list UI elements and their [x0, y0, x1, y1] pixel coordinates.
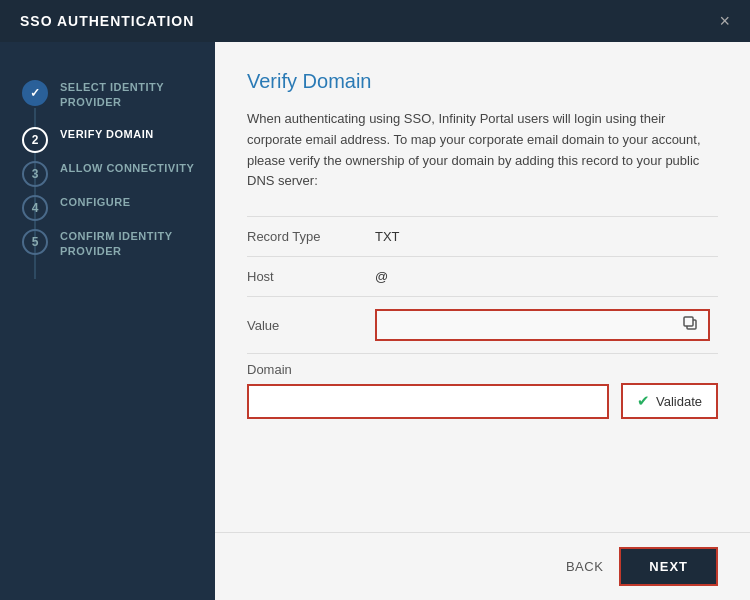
- step-2-circle: 2: [22, 127, 48, 153]
- validate-label: Validate: [656, 394, 702, 409]
- step-5-label: CONFIRM IDENTITYPROVIDER: [60, 221, 173, 268]
- value-input-wrap: [375, 309, 710, 341]
- copy-button[interactable]: [678, 315, 702, 335]
- step-4-label: CONFIGURE: [60, 187, 131, 218]
- modal-header: SSO AUTHENTICATION ×: [0, 0, 750, 42]
- sidebar-item-configure[interactable]: 4 CONFIGURE: [0, 187, 215, 221]
- sidebar: ✓ SELECT IDENTITYPROVIDER 2 VERIFY DOMAI…: [0, 42, 215, 600]
- step-5-circle: 5: [22, 229, 48, 255]
- record-type-row: Record Type TXT: [247, 217, 718, 257]
- domain-input[interactable]: [247, 384, 609, 419]
- modal-title: SSO AUTHENTICATION: [20, 13, 194, 29]
- svg-rect-1: [684, 317, 693, 326]
- copy-icon: [682, 315, 698, 331]
- step-3-label: ALLOW CONNECTIVITY: [60, 153, 194, 184]
- step-2-label: VERIFY DOMAIN: [60, 119, 154, 150]
- value-row: Value: [247, 297, 718, 354]
- section-description: When authenticating using SSO, Infinity …: [247, 109, 718, 192]
- modal-body: ✓ SELECT IDENTITYPROVIDER 2 VERIFY DOMAI…: [0, 42, 750, 600]
- value-input[interactable]: [383, 318, 678, 333]
- host-value: @: [367, 257, 718, 297]
- next-button[interactable]: NEXT: [619, 547, 718, 586]
- domain-label: Domain: [247, 362, 718, 377]
- domain-section: Domain ✔ Validate: [247, 362, 718, 419]
- sidebar-item-allow-connectivity[interactable]: 3 ALLOW CONNECTIVITY: [0, 153, 215, 187]
- step-4-circle: 4: [22, 195, 48, 221]
- sidebar-item-select-idp[interactable]: ✓ SELECT IDENTITYPROVIDER: [0, 72, 215, 119]
- domain-wrap: ✔ Validate: [247, 383, 718, 419]
- sidebar-item-verify-domain[interactable]: 2 VERIFY DOMAIN: [0, 119, 215, 153]
- step-1-circle: ✓: [22, 80, 48, 106]
- value-label: Value: [247, 297, 367, 354]
- sso-modal: SSO AUTHENTICATION × ✓ SELECT IDENTITYPR…: [0, 0, 750, 600]
- content-footer: BACK NEXT: [215, 532, 750, 600]
- validate-button[interactable]: ✔ Validate: [621, 383, 718, 419]
- content-inner: Verify Domain When authenticating using …: [215, 42, 750, 532]
- sidebar-item-confirm-idp[interactable]: 5 CONFIRM IDENTITYPROVIDER: [0, 221, 215, 268]
- validate-check-icon: ✔: [637, 392, 650, 410]
- host-row: Host @: [247, 257, 718, 297]
- record-type-label: Record Type: [247, 217, 367, 257]
- section-title: Verify Domain: [247, 70, 718, 93]
- step-1-label: SELECT IDENTITYPROVIDER: [60, 72, 164, 119]
- close-button[interactable]: ×: [719, 12, 730, 30]
- value-cell: [367, 297, 718, 354]
- step-3-circle: 3: [22, 161, 48, 187]
- back-button[interactable]: BACK: [566, 559, 603, 574]
- content-area: Verify Domain When authenticating using …: [215, 42, 750, 600]
- host-label: Host: [247, 257, 367, 297]
- record-type-value: TXT: [367, 217, 718, 257]
- form-table: Record Type TXT Host @: [247, 216, 718, 354]
